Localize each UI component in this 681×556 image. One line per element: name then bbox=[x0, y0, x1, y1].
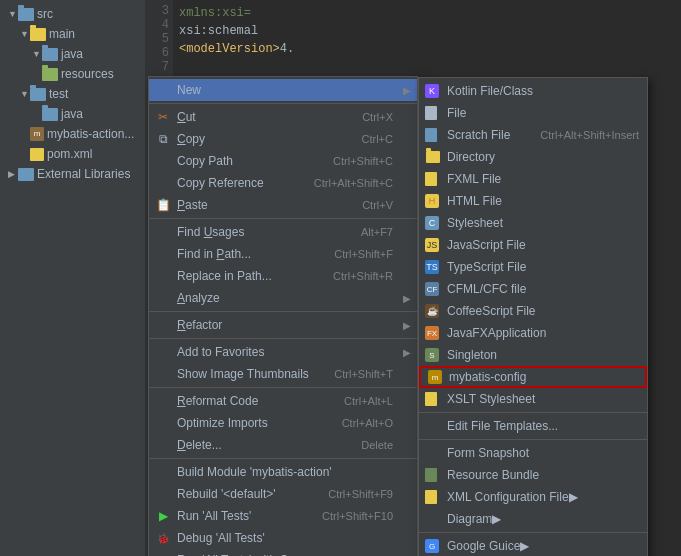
menu-item-replaceinpath-label: Replace in Path... bbox=[177, 269, 272, 283]
submenu-item-coffee[interactable]: ☕ CoffeeScript File bbox=[419, 300, 647, 322]
submenu-item-directory[interactable]: Directory bbox=[419, 146, 647, 168]
refactor-icon bbox=[155, 317, 171, 333]
menu-item-runwithcoverage[interactable]: ▶ Run 'All Tests' with Coverage bbox=[149, 549, 417, 556]
submenu-item-kotlin[interactable]: K Kotlin File/Class bbox=[419, 80, 647, 102]
separator-1 bbox=[149, 103, 417, 104]
menu-item-copyref-label: Copy Reference bbox=[177, 176, 264, 190]
menu-item-cut[interactable]: ✂ Cut Ctrl+X bbox=[149, 106, 417, 128]
submenu-item-js[interactable]: JS JavaScript File bbox=[419, 234, 647, 256]
submenu-item-guice-label: Google Guice bbox=[447, 539, 520, 553]
ts-icon: TS bbox=[425, 260, 439, 274]
replaceinpath-icon bbox=[155, 268, 171, 284]
rebuild-icon bbox=[155, 486, 171, 502]
submenu-item-edittemplate[interactable]: Edit File Templates... bbox=[419, 415, 647, 437]
submenu-item-resourcebundle-label: Resource Bundle bbox=[447, 468, 539, 482]
menu-item-debugalltests[interactable]: 🐞 Debug 'All Tests' bbox=[149, 527, 417, 549]
menu-item-optimize[interactable]: Optimize Imports Ctrl+Alt+O bbox=[149, 412, 417, 434]
separator-2 bbox=[149, 218, 417, 219]
submenu-item-html[interactable]: H HTML File bbox=[419, 190, 647, 212]
singleton-icon: S bbox=[425, 348, 439, 362]
showthumbs-icon bbox=[155, 366, 171, 382]
submenu-item-javafx-label: JavaFXApplication bbox=[447, 326, 546, 340]
menu-item-showthumbs[interactable]: Show Image Thumbnails Ctrl+Shift+T bbox=[149, 363, 417, 385]
submenu-arrow-new: ▶ bbox=[403, 85, 411, 96]
submenu-item-mybatis[interactable]: m mybatis-config bbox=[419, 366, 647, 388]
menu-item-debugalltests-label: Debug 'All Tests' bbox=[177, 531, 265, 545]
menu-item-buildmodule-label: Build Module 'mybatis-action' bbox=[177, 465, 332, 479]
menu-item-findinpath[interactable]: Find in Path... Ctrl+Shift+F bbox=[149, 243, 417, 265]
menu-item-addtofav-label: Add to Favorites bbox=[177, 345, 264, 359]
submenu-item-diagram[interactable]: Diagram ▶ bbox=[419, 508, 647, 530]
menu-item-copyref[interactable]: Copy Reference Ctrl+Alt+Shift+C bbox=[149, 172, 417, 194]
copyref-shortcut: Ctrl+Alt+Shift+C bbox=[314, 177, 393, 189]
submenu-separator-3 bbox=[419, 532, 647, 533]
cfml-icon: CF bbox=[425, 282, 439, 296]
submenu-arrow-xmlconfig: ▶ bbox=[569, 490, 578, 504]
edittemplate-icon bbox=[425, 418, 441, 434]
menu-item-addtofav[interactable]: Add to Favorites ▶ bbox=[149, 341, 417, 363]
submenu-item-coffee-label: CoffeeScript File bbox=[447, 304, 535, 318]
html-icon: H bbox=[425, 194, 439, 208]
cut-icon: ✂ bbox=[155, 109, 171, 125]
submenu-arrow-diagram: ▶ bbox=[492, 512, 501, 526]
paste-icon: 📋 bbox=[155, 197, 171, 213]
menu-item-replaceinpath[interactable]: Replace in Path... Ctrl+Shift+R bbox=[149, 265, 417, 287]
submenu-item-ts[interactable]: TS TypeScript File bbox=[419, 256, 647, 278]
submenu-item-singleton-label: Singleton bbox=[447, 348, 497, 362]
delete-icon bbox=[155, 437, 171, 453]
submenu-item-singleton[interactable]: S Singleton bbox=[419, 344, 647, 366]
submenu-item-xslt[interactable]: XSLT Stylesheet bbox=[419, 388, 647, 410]
mybatis-icon: m bbox=[427, 369, 443, 385]
submenu-item-formsnapshot[interactable]: Form Snapshot bbox=[419, 442, 647, 464]
menu-item-buildmodule[interactable]: Build Module 'mybatis-action' bbox=[149, 461, 417, 483]
submenu-item-cfml[interactable]: CF CFML/CFC file bbox=[419, 278, 647, 300]
submenu-item-guice[interactable]: G Google Guice ▶ bbox=[419, 535, 647, 556]
menu-item-new[interactable]: New ▶ bbox=[149, 79, 417, 101]
kotlin-icon: K bbox=[425, 84, 439, 98]
menu-item-refactor[interactable]: Refactor ▶ bbox=[149, 314, 417, 336]
menu-item-reformat-label: Reformat Code bbox=[177, 394, 258, 408]
submenu-item-file[interactable]: File bbox=[419, 102, 647, 124]
copyref-icon bbox=[155, 175, 171, 191]
submenu-item-resourcebundle[interactable]: Resource Bundle bbox=[419, 464, 647, 486]
submenu-item-js-label: JavaScript File bbox=[447, 238, 526, 252]
menu-item-rebuild[interactable]: Rebuild '<default>' Ctrl+Shift+F9 bbox=[149, 483, 417, 505]
menu-item-delete[interactable]: Delete... Delete bbox=[149, 434, 417, 456]
menu-item-runalltests[interactable]: ▶ Run 'All Tests' Ctrl+Shift+F10 bbox=[149, 505, 417, 527]
fxml-icon bbox=[425, 172, 437, 186]
context-menu: New ▶ ✂ Cut Ctrl+X ⧉ Copy Ctrl+C Copy Pa… bbox=[148, 76, 418, 556]
runwithcoverage-icon: ▶ bbox=[155, 552, 171, 556]
submenu-item-file-label: File bbox=[447, 106, 466, 120]
findusages-shortcut: Alt+F7 bbox=[361, 226, 393, 238]
guice-icon: G bbox=[425, 539, 439, 553]
reformat-icon bbox=[155, 393, 171, 409]
submenu-item-fxml[interactable]: FXML File bbox=[419, 168, 647, 190]
optimize-shortcut: Ctrl+Alt+O bbox=[342, 417, 393, 429]
menu-item-findinpath-label: Find in Path... bbox=[177, 247, 251, 261]
scratch-icon bbox=[425, 128, 437, 142]
formsnapshot-icon bbox=[425, 445, 441, 461]
menu-item-runalltests-label: Run 'All Tests' bbox=[177, 509, 251, 523]
menu-item-copy[interactable]: ⧉ Copy Ctrl+C bbox=[149, 128, 417, 150]
runalltests-shortcut: Ctrl+Shift+F10 bbox=[322, 510, 393, 522]
submenu-item-javafx[interactable]: FX JavaFXApplication bbox=[419, 322, 647, 344]
js-icon: JS bbox=[425, 238, 439, 252]
submenu-item-scratch-label: Scratch File bbox=[447, 128, 510, 142]
menu-item-analyze[interactable]: Analyze ▶ bbox=[149, 287, 417, 309]
submenu-item-css[interactable]: C Stylesheet bbox=[419, 212, 647, 234]
menu-item-new-label: New bbox=[177, 83, 201, 97]
submenu-item-xmlconfig[interactable]: XML Configuration File ▶ bbox=[419, 486, 647, 508]
menu-item-copypath-label: Copy Path bbox=[177, 154, 233, 168]
menu-item-findusages[interactable]: Find Usages Alt+F7 bbox=[149, 221, 417, 243]
menu-item-optimize-label: Optimize Imports bbox=[177, 416, 268, 430]
menu-item-copypath[interactable]: Copy Path Ctrl+Shift+C bbox=[149, 150, 417, 172]
xslt-icon bbox=[425, 392, 437, 406]
menu-item-delete-label: Delete... bbox=[177, 438, 222, 452]
submenu-item-scratch[interactable]: Scratch File Ctrl+Alt+Shift+Insert bbox=[419, 124, 647, 146]
menu-item-paste[interactable]: 📋 Paste Ctrl+V bbox=[149, 194, 417, 216]
findusages-icon bbox=[155, 224, 171, 240]
copy-icon: ⧉ bbox=[155, 131, 171, 147]
menu-item-reformat[interactable]: Reformat Code Ctrl+Alt+L bbox=[149, 390, 417, 412]
copypath-icon bbox=[155, 153, 171, 169]
new-icon bbox=[155, 82, 171, 98]
